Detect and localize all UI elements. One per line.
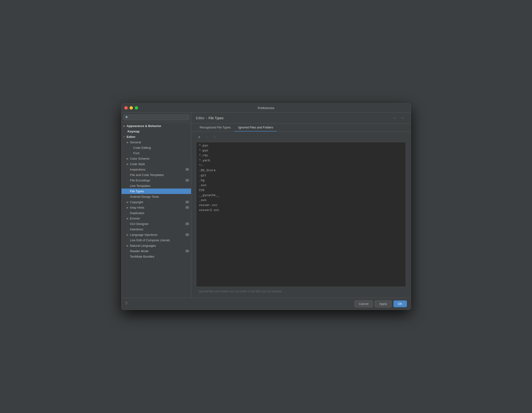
badge-icon [185,233,189,236]
breadcrumb-separator: › [206,116,207,120]
add-button[interactable]: + [196,134,203,140]
list-item: .svn [196,183,406,188]
list-item: CVS [196,188,406,193]
help-button[interactable]: ? [125,302,127,306]
search-icon: 🔍 [125,116,129,119]
sidebar-item-file-types[interactable]: File Types [122,189,191,194]
chevron-right-icon [127,217,130,220]
sidebar-item-language-injections[interactable]: Language Injections [122,232,191,238]
sidebar-item-natural-languages[interactable]: Natural Languages [122,243,191,248]
list-item: _svn [196,198,406,203]
badge-icon [185,206,189,209]
edit-button[interactable]: ✎ [211,134,218,140]
help-icon: ? [125,302,127,306]
sidebar-item-gui-designer[interactable]: GUI Designer [122,221,191,227]
sidebar-item-emmet[interactable]: Emmet [122,216,191,221]
chevron-right-icon [127,141,130,144]
nav-forward-button[interactable]: → [399,115,406,121]
sidebar-item-intentions[interactable]: Intentions [122,227,191,232]
breadcrumb-parent: Editor [196,116,205,120]
sidebar-label: Natural Languages [130,244,189,247]
hint-text: Ignored files and folders are not visibl… [196,288,406,295]
nav-back-button[interactable]: ← [392,115,399,121]
badge-icon [185,201,189,203]
list-item: .hg [196,178,406,183]
maximize-button[interactable] [135,106,138,109]
search-wrapper: 🔍 [124,115,189,120]
sidebar-item-code-editing[interactable]: Code Editing [122,145,191,150]
sidebar-label: Intentions [130,228,189,231]
sidebar-label: Duplicates [130,211,189,215]
navigation-arrows: ← → [392,115,406,121]
ignored-files-list: *.pyc *.pyo *.rbc *.yarb *~ .DS_Store .g… [196,142,406,287]
sidebar-item-editor[interactable]: Editor [122,134,191,140]
badge-icon [185,179,189,182]
sidebar-item-inlay-hints[interactable]: Inlay Hints [122,205,191,210]
sidebar-item-textmate-bundles[interactable]: TextMate Bundles [122,254,191,259]
sidebar-item-live-templates[interactable]: Live Templates [122,183,191,189]
search-input[interactable] [124,115,189,120]
chevron-right-icon [127,244,130,247]
sidebar-item-duplicates[interactable]: Duplicates [122,210,191,216]
sidebar-item-color-scheme[interactable]: Color Scheme [122,156,191,161]
sidebar-item-live-edit[interactable]: Live Edit of Compose Literals [122,238,191,243]
sidebar-item-android-design-tools[interactable]: Android Design Tools [122,194,191,199]
sidebar-item-file-code-templates[interactable]: File and Code Templates [122,172,191,178]
chevron-down-icon [124,135,127,138]
chevron-right-icon [127,233,130,236]
sidebar-label: Editor [127,135,189,139]
sidebar-label: Copyright [130,200,185,204]
sidebar-item-file-encodings[interactable]: File Encodings [122,178,191,183]
sidebar-label: Live Edit of Compose Literals [130,239,189,242]
breadcrumb-current: File Types [209,116,224,120]
sidebar-label: Language Injections [130,233,185,237]
sidebar-label: General [130,141,189,144]
window-controls [124,106,138,109]
remove-button[interactable]: − [204,134,210,140]
sidebar-item-font[interactable]: Font [122,150,191,156]
window-title: Preferences [258,106,274,110]
sidebar-item-appearance[interactable]: Appearance & Behavior [122,123,191,129]
sidebar-item-keymap[interactable]: Keymap [122,129,191,134]
badge-icon [185,222,189,225]
sidebar-label: Color Scheme [130,157,189,160]
sidebar-label: Code Style [130,162,189,166]
sidebar-item-inspections[interactable]: Inspections [122,167,191,172]
header: Editor › File Types ← → [191,113,411,124]
main-content: 🔍 Appearance & Behavior Keymap [122,113,411,298]
list-item: *~ [196,163,406,168]
toolbar: + − ✎ [196,134,406,140]
sidebar-label: Live Templates [130,184,189,188]
chevron-right-icon [124,125,127,127]
sidebar-label: Inspections [130,168,185,171]
chevron-right-icon [127,206,130,209]
cancel-button[interactable]: Cancel [354,300,373,307]
sidebar-label: TextMate Bundles [130,255,189,258]
apply-button[interactable]: Apply [375,300,391,307]
ok-button[interactable]: OK [393,300,407,307]
main-panel: Editor › File Types ← → Recognized File … [191,113,411,298]
sidebar-list: Appearance & Behavior Keymap Editor Gene… [122,122,191,298]
sidebar-label: Code Editing [133,146,189,150]
chevron-right-icon [127,201,130,203]
tabs-bar: Recognized File Types Ignored Files and … [191,124,411,132]
minimize-button[interactable] [130,106,133,109]
tab-recognized-file-types[interactable]: Recognized File Types [196,124,235,132]
sidebar-label: File and Code Templates [130,173,189,177]
sidebar-item-general[interactable]: General [122,140,191,145]
sidebar-item-copyright[interactable]: Copyright [122,199,191,205]
footer-buttons: Cancel Apply OK [354,300,407,307]
sidebar-item-code-style[interactable]: Code Style [122,161,191,167]
sidebar-item-reader-mode[interactable]: Reader Mode [122,248,191,254]
sidebar-label: File Types [130,190,189,193]
panel-content: + − ✎ *.pyc *.pyo *.rbc *.yarb *~ .DS_St… [191,132,411,298]
list-item: .git [196,173,406,178]
list-item: vssver.scc [196,203,406,208]
list-item: *.pyc [196,143,406,148]
sidebar-label: Reader Mode [130,249,185,253]
close-button[interactable] [124,106,128,109]
chevron-right-icon [127,157,130,160]
list-item: vssver2.scc [196,208,406,213]
list-item: __pycache__ [196,193,406,198]
tab-ignored-files-folders[interactable]: Ignored Files and Folders [235,124,277,132]
